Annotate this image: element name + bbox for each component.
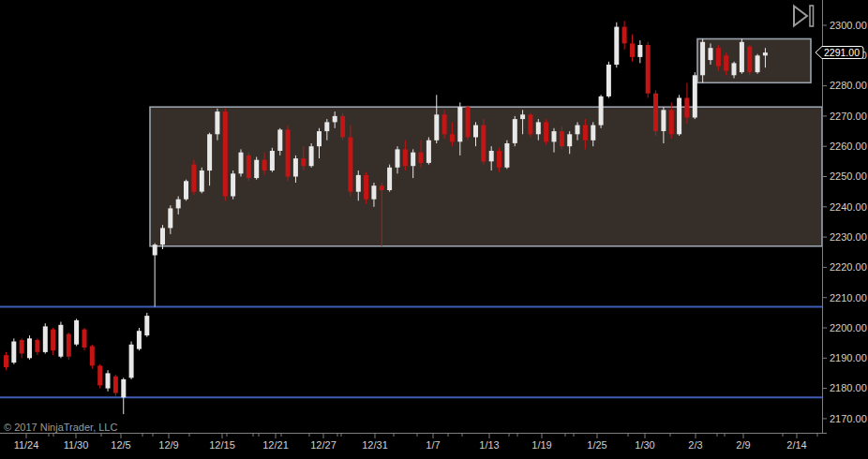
candle-body <box>411 153 415 167</box>
date-tick-label: 12/5 <box>111 439 130 451</box>
date-tick-label: 1/7 <box>426 439 440 451</box>
candle <box>747 45 752 75</box>
price-tick-label: 2220.00 <box>830 261 867 273</box>
candle-body <box>552 131 557 141</box>
candle-body <box>277 129 282 151</box>
date-tick-label: 2/9 <box>736 439 750 451</box>
candle-body <box>457 107 462 141</box>
candle <box>153 244 157 307</box>
candle-body <box>567 134 572 146</box>
price-tick-label: 2210.00 <box>830 292 867 304</box>
candle-body <box>591 126 595 141</box>
candle-body <box>637 45 642 57</box>
candle <box>466 106 471 141</box>
candle-body <box>223 111 228 196</box>
candle-body <box>247 155 251 178</box>
date-tick-label: 1/25 <box>587 439 606 451</box>
candle-body <box>684 98 689 118</box>
price-tick-label: 2180.00 <box>830 382 867 393</box>
candle-body <box>113 377 118 393</box>
candle-body <box>677 98 681 135</box>
candle-body <box>301 158 306 166</box>
candle <box>58 322 63 359</box>
candle-body <box>309 146 314 166</box>
candle-body <box>200 170 204 192</box>
candle-body <box>43 326 48 352</box>
candle-body <box>716 48 721 66</box>
candle-body <box>74 320 79 345</box>
skip-to-end-icon[interactable] <box>794 6 814 26</box>
candle-body <box>724 55 728 70</box>
price-axis[interactable]: 2300.002290.002280.002270.002260.002250.… <box>822 20 867 424</box>
candle-body <box>380 185 384 190</box>
candle <box>630 35 635 62</box>
candle-body <box>82 330 87 348</box>
candle <box>200 168 204 194</box>
date-tick-label: 11/24 <box>14 439 39 451</box>
candle-body <box>427 141 431 163</box>
candle-body <box>520 114 525 119</box>
candle-body <box>489 151 494 161</box>
candle-body <box>168 208 172 228</box>
candle-body <box>576 126 580 135</box>
time-axis[interactable]: 11/2411/3012/512/912/1512/2112/2712/311/… <box>14 434 817 452</box>
candle-body <box>606 65 611 96</box>
candle-body <box>215 111 219 134</box>
candle-body <box>583 126 588 141</box>
candle-body <box>419 153 424 163</box>
candle-body <box>176 200 181 209</box>
candle-body <box>51 330 55 351</box>
candle-body <box>747 47 752 73</box>
candle-body <box>481 126 486 162</box>
region-drawing-breakout-zone[interactable] <box>697 39 811 83</box>
candle <box>684 82 689 124</box>
candle-body <box>254 160 259 178</box>
price-tick-label: 2190.00 <box>830 352 867 363</box>
candle <box>51 328 55 355</box>
candle-body <box>473 126 478 138</box>
candle-body <box>293 158 298 176</box>
candle-body <box>614 27 619 65</box>
candle-body <box>191 165 196 192</box>
candle-body <box>693 75 697 117</box>
date-tick-label: 12/15 <box>209 439 235 451</box>
candle-body <box>528 114 532 134</box>
candle-body <box>207 134 212 170</box>
candle <box>106 370 111 392</box>
candle-body <box>513 119 517 143</box>
candle <box>121 378 126 414</box>
candle-body <box>58 325 63 357</box>
candle <box>481 119 486 165</box>
price-tick-label: 2200.00 <box>830 322 867 333</box>
candle <box>387 165 392 192</box>
candle <box>74 318 79 346</box>
candle <box>254 157 259 180</box>
drawing-regions-layer <box>150 39 822 246</box>
candle <box>606 62 611 98</box>
candle <box>97 364 102 389</box>
date-tick-label: 12/31 <box>362 439 388 451</box>
candle <box>528 113 532 138</box>
candle-body <box>504 143 509 168</box>
candle-body <box>544 122 548 141</box>
candle <box>614 22 619 67</box>
candle-body <box>11 342 16 363</box>
date-tick-label: 1/30 <box>635 439 654 451</box>
candle <box>340 113 345 141</box>
price-chart-canvas[interactable]: 2300.002290.002280.002270.002260.002250.… <box>0 0 868 459</box>
candle <box>513 116 517 146</box>
candle <box>113 375 118 396</box>
candle <box>35 338 39 355</box>
candle <box>756 54 760 74</box>
candle-body <box>536 122 541 134</box>
candle <box>286 126 291 182</box>
candle <box>223 109 228 201</box>
candle-body <box>20 340 24 354</box>
price-tick-label: 2170.00 <box>830 413 867 424</box>
candle <box>11 338 16 364</box>
candle-body <box>27 338 32 358</box>
candle-body <box>560 131 564 146</box>
candle-body <box>709 48 713 60</box>
candle <box>184 180 188 201</box>
candle <box>137 328 142 350</box>
